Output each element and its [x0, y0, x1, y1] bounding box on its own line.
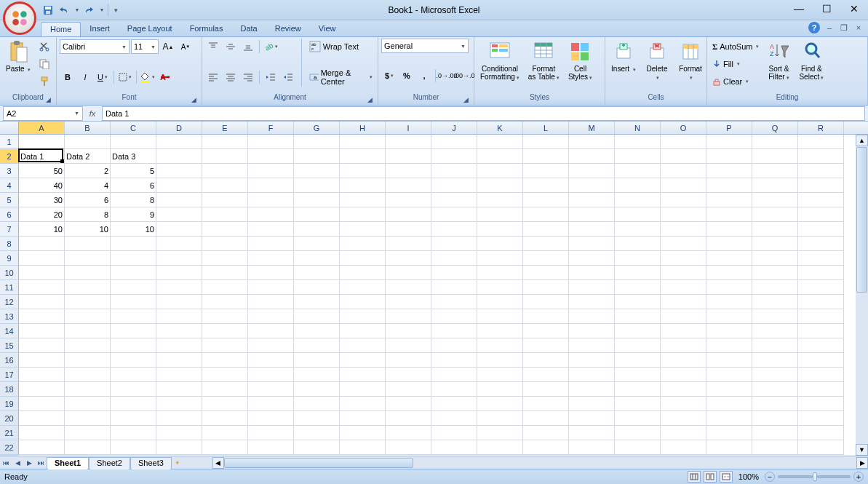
cell-L20[interactable] — [523, 411, 569, 426]
cell-R6[interactable] — [798, 207, 844, 222]
cell-M10[interactable] — [569, 266, 615, 280]
cell-E8[interactable] — [202, 237, 248, 251]
cell-C21[interactable] — [111, 426, 156, 440]
row-header-18[interactable]: 18 — [0, 382, 19, 397]
cell-I14[interactable] — [386, 324, 431, 338]
cell-P17[interactable] — [706, 368, 752, 382]
cell-H22[interactable] — [340, 440, 386, 455]
sheet-nav-next[interactable]: ▶ — [23, 457, 35, 469]
cell-M5[interactable] — [569, 193, 615, 207]
cell-M21[interactable] — [569, 426, 615, 440]
cell-N11[interactable] — [615, 280, 661, 295]
cell-G14[interactable] — [294, 324, 340, 338]
sort-filter-button[interactable]: AZ Sort & Filter▾ — [764, 39, 793, 82]
cell-M20[interactable] — [569, 411, 615, 426]
cell-D3[interactable] — [156, 164, 202, 178]
cell-B15[interactable] — [65, 338, 111, 353]
scroll-right-button[interactable]: ▶ — [856, 457, 868, 469]
bold-button[interactable]: B — [60, 69, 76, 85]
cell-M1[interactable] — [569, 135, 615, 149]
cell-F1[interactable] — [248, 135, 294, 149]
cell-G12[interactable] — [294, 295, 340, 309]
cell-L21[interactable] — [523, 426, 569, 440]
col-header-D[interactable]: D — [156, 122, 202, 134]
alignment-launcher[interactable]: ◢ — [365, 95, 374, 104]
cell-D16[interactable] — [156, 353, 202, 368]
cell-B21[interactable] — [65, 426, 111, 440]
row-header-11[interactable]: 11 — [0, 280, 19, 295]
cell-E6[interactable] — [202, 207, 248, 222]
cell-M11[interactable] — [569, 280, 615, 295]
cell-G19[interactable] — [294, 397, 340, 411]
cell-E14[interactable] — [202, 324, 248, 338]
cell-L19[interactable] — [523, 397, 569, 411]
cell-J9[interactable] — [431, 251, 477, 266]
cell-R4[interactable] — [798, 178, 844, 193]
tab-home[interactable]: Home — [41, 22, 81, 36]
cell-J5[interactable] — [431, 193, 477, 207]
col-header-P[interactable]: P — [706, 122, 752, 134]
cell-A16[interactable] — [19, 353, 65, 368]
cell-A12[interactable] — [19, 295, 65, 309]
cell-G22[interactable] — [294, 440, 340, 455]
hscroll-thumb[interactable] — [224, 458, 413, 468]
cell-K18[interactable] — [477, 382, 523, 397]
cell-N4[interactable] — [615, 178, 661, 193]
tab-page-layout[interactable]: Page Layout — [119, 22, 181, 36]
col-header-G[interactable]: G — [294, 122, 340, 134]
cell-R17[interactable] — [798, 368, 844, 382]
cell-J21[interactable] — [431, 426, 477, 440]
format-cells-button[interactable]: Format ▾ — [675, 39, 706, 82]
cell-C2[interactable]: Data 3 — [111, 149, 156, 164]
cell-O6[interactable] — [661, 207, 706, 222]
cell-C6[interactable]: 9 — [111, 207, 156, 222]
new-sheet-button[interactable]: ✦ — [172, 457, 183, 469]
cell-D14[interactable] — [156, 324, 202, 338]
cell-J14[interactable] — [431, 324, 477, 338]
align-center-button[interactable] — [223, 69, 239, 85]
cell-A8[interactable] — [19, 237, 65, 251]
cell-R20[interactable] — [798, 411, 844, 426]
cell-A15[interactable] — [19, 338, 65, 353]
cell-Q2[interactable] — [752, 149, 798, 164]
col-header-A[interactable]: A — [19, 122, 65, 134]
cell-Q17[interactable] — [752, 368, 798, 382]
cell-C1[interactable] — [111, 135, 156, 149]
cell-D5[interactable] — [156, 193, 202, 207]
cell-A7[interactable]: 10 — [19, 222, 65, 237]
cell-O8[interactable] — [661, 237, 706, 251]
format-as-table-button[interactable]: Format as Table▾ — [525, 39, 562, 82]
cell-R16[interactable] — [798, 353, 844, 368]
cell-O15[interactable] — [661, 338, 706, 353]
font-launcher[interactable]: ◢ — [189, 95, 198, 104]
cell-C7[interactable]: 10 — [111, 222, 156, 237]
grow-font-button[interactable]: A▲ — [160, 39, 176, 55]
cell-E11[interactable] — [202, 280, 248, 295]
cell-K12[interactable] — [477, 295, 523, 309]
cell-F17[interactable] — [248, 368, 294, 382]
cell-G21[interactable] — [294, 426, 340, 440]
cell-R12[interactable] — [798, 295, 844, 309]
page-layout-view-button[interactable] — [704, 471, 717, 483]
cell-Q20[interactable] — [752, 411, 798, 426]
cell-J7[interactable] — [431, 222, 477, 237]
col-header-H[interactable]: H — [340, 122, 386, 134]
cell-O10[interactable] — [661, 266, 706, 280]
cell-R15[interactable] — [798, 338, 844, 353]
cell-F13[interactable] — [248, 309, 294, 324]
cell-J15[interactable] — [431, 338, 477, 353]
cell-N19[interactable] — [615, 397, 661, 411]
cell-B19[interactable] — [65, 397, 111, 411]
cell-Q22[interactable] — [752, 440, 798, 455]
cell-O9[interactable] — [661, 251, 706, 266]
cell-R1[interactable] — [798, 135, 844, 149]
cell-M22[interactable] — [569, 440, 615, 455]
cell-I9[interactable] — [386, 251, 431, 266]
cell-D6[interactable] — [156, 207, 202, 222]
cell-G16[interactable] — [294, 353, 340, 368]
row-header-13[interactable]: 13 — [0, 309, 19, 324]
cell-H20[interactable] — [340, 411, 386, 426]
cell-J16[interactable] — [431, 353, 477, 368]
zoom-in-button[interactable]: + — [853, 472, 864, 482]
sheet-nav-last[interactable]: ⏭ — [35, 457, 47, 469]
